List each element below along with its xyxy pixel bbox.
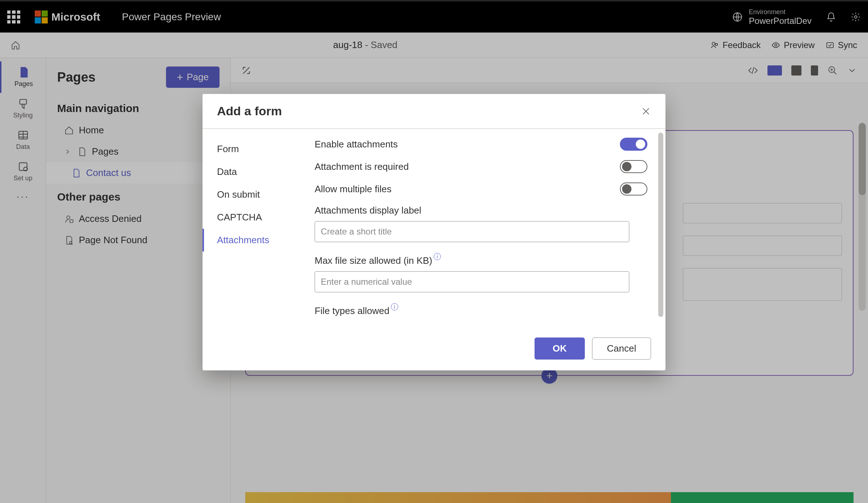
allow-multiple-toggle[interactable] [620, 182, 647, 195]
add-form-dialog: Add a form Form Data On submit CAPTCHA A… [203, 94, 665, 370]
tab-captcha[interactable]: CAPTCHA [203, 206, 311, 229]
dialog-title: Add a form [217, 104, 282, 118]
display-label-label: Attachments display label [315, 205, 647, 216]
tab-onsubmit[interactable]: On submit [203, 183, 311, 206]
ok-button[interactable]: OK [535, 338, 585, 360]
max-size-input[interactable] [315, 271, 629, 292]
close-icon[interactable] [641, 106, 651, 116]
enable-attachments-label: Enable attachments [315, 139, 398, 150]
enable-attachments-toggle[interactable] [620, 138, 647, 151]
info-icon[interactable]: i [391, 303, 398, 310]
display-label-input[interactable] [315, 221, 629, 242]
tab-attachments[interactable]: Attachments [203, 229, 311, 252]
info-icon[interactable]: i [434, 253, 441, 260]
file-types-label: File types allowed [315, 305, 390, 317]
tab-data[interactable]: Data [203, 160, 311, 183]
dialog-scrollbar[interactable] [658, 133, 663, 324]
tab-form[interactable]: Form [203, 138, 311, 160]
modal-overlay: Add a form Form Data On submit CAPTCHA A… [0, 0, 868, 503]
cancel-button[interactable]: Cancel [592, 338, 651, 360]
dialog-tabs: Form Data On submit CAPTCHA Attachments [203, 129, 311, 330]
allow-multiple-label: Allow multiple files [315, 184, 391, 195]
max-size-label: Max file size allowed (in KB) [315, 255, 432, 266]
attachment-required-toggle[interactable] [620, 160, 647, 173]
attachment-required-label: Attachment is required [315, 161, 409, 172]
